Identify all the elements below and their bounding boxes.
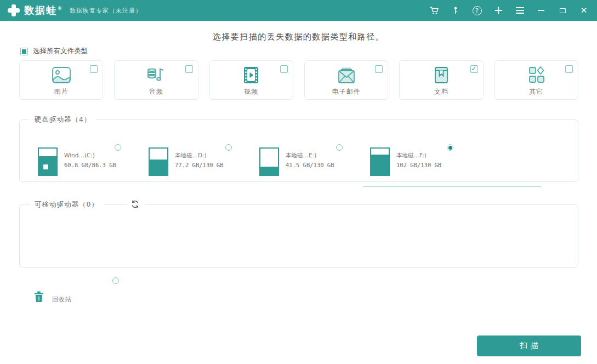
drive-gauge-icon	[38, 147, 58, 176]
removable-drives-legend: 可移动驱动器（0）	[30, 200, 104, 209]
file-type-card-other[interactable]: 其它	[494, 60, 578, 100]
drive-row: Wind…(C:) 60.8 GB/86.3 GB 本地磁…D:) 77.2 G…	[38, 144, 481, 178]
drive-radio[interactable]	[225, 144, 232, 151]
drive-name: 本地磁…F:)	[396, 152, 427, 160]
minimize-icon[interactable]	[536, 5, 547, 16]
drive-radio[interactable]	[336, 144, 343, 151]
file-type-card-documents[interactable]: 文档	[399, 60, 483, 100]
titlebar-actions: ? + ✕	[429, 5, 589, 16]
file-type-label: 图片	[20, 87, 103, 96]
drive-radio[interactable]	[447, 144, 453, 151]
file-type-card-video[interactable]: 视频	[209, 60, 293, 100]
audio-icon	[145, 65, 167, 85]
maximize-icon[interactable]	[557, 5, 568, 16]
video-checkbox[interactable]	[280, 65, 288, 73]
drive-gauge-icon	[149, 147, 168, 176]
drive-item-e[interactable]: 本地磁…E:) 41.5 GB/130 GB	[259, 144, 370, 178]
app-subtitle: 数据恢复专家（未注册）	[70, 7, 142, 15]
drive-capacity: 41.5 GB/130 GB	[286, 162, 334, 168]
image-checkbox[interactable]	[90, 65, 98, 73]
app-logo-cross-icon	[8, 4, 20, 16]
email-icon	[336, 65, 357, 85]
hard-drives-legend: 硬盘驱动器（4）	[30, 115, 96, 124]
recycle-bin-item[interactable]: 回收站	[33, 277, 144, 306]
recycle-bin-label: 回收站	[52, 295, 72, 304]
file-type-card-images[interactable]: 图片	[19, 60, 103, 100]
drive-name: 本地磁…D:)	[175, 152, 207, 160]
file-type-card-email[interactable]: 电子邮件	[304, 60, 388, 100]
drive-radio[interactable]	[115, 144, 121, 151]
registered-mark: ®	[58, 6, 63, 11]
add-icon[interactable]: +	[493, 5, 504, 16]
document-icon	[430, 65, 452, 85]
hard-drives-group: 硬盘驱动器（4） Wind…(C:) 60.8 GB/86.3 GB 本地磁…D…	[19, 120, 578, 182]
drive-capacity: 77.2 GB/130 GB	[175, 162, 224, 168]
page-title: 选择要扫描的丢失数据的数据类型和路径。	[0, 32, 597, 42]
menu-icon[interactable]	[514, 5, 525, 16]
select-all-label: 选择所有文件类型	[33, 47, 88, 56]
other-icon	[525, 65, 547, 85]
file-type-label: 文档	[400, 87, 482, 96]
drive-capacity: 60.8 GB/86.3 GB	[64, 162, 116, 168]
email-checkbox[interactable]	[375, 65, 383, 73]
drive-gauge-icon	[370, 147, 390, 176]
key-icon[interactable]	[450, 5, 461, 16]
select-all-file-types[interactable]: 选择所有文件类型	[20, 47, 88, 56]
video-icon	[240, 65, 262, 85]
select-all-checkbox[interactable]	[20, 48, 28, 55]
image-icon	[50, 65, 72, 85]
help-icon[interactable]: ?	[471, 5, 482, 16]
file-type-label: 电子邮件	[305, 87, 388, 96]
trash-icon	[34, 291, 44, 302]
file-type-cards: 图片 音频 视频 电子邮件	[19, 60, 578, 100]
windows-logo-icon	[43, 164, 48, 169]
audio-checkbox[interactable]	[185, 65, 193, 73]
app-window: 数据蛙® 数据恢复专家（未注册） ? + ✕ 选择要扫描的丢失数据的数据类型和路…	[0, 0, 597, 364]
brand-name: 数据蛙®	[24, 4, 63, 17]
drive-item-d[interactable]: 本地磁…D:) 77.2 GB/130 GB	[149, 144, 259, 178]
drive-gauge-icon	[259, 147, 279, 176]
recycle-bin-radio[interactable]	[112, 277, 119, 284]
drive-item-f[interactable]: 本地磁…F:) 102 GB/130 GB	[370, 144, 481, 178]
file-type-label: 视频	[210, 87, 293, 96]
drive-name: Wind…(C:)	[64, 152, 95, 158]
cart-icon[interactable]	[429, 5, 440, 16]
removable-drives-group: 可移动驱动器（0）	[19, 204, 578, 268]
other-checkbox[interactable]	[565, 65, 573, 73]
refresh-icon[interactable]	[127, 200, 145, 211]
drive-capacity: 102 GB/130 GB	[396, 162, 441, 168]
documents-checkbox[interactable]	[470, 65, 478, 73]
scan-button[interactable]: 扫描	[477, 335, 581, 356]
title-bar: 数据蛙® 数据恢复专家（未注册） ? + ✕	[0, 0, 597, 21]
file-type-label: 音频	[115, 87, 197, 96]
file-type-card-audio[interactable]: 音频	[114, 60, 198, 100]
drive-item-c[interactable]: Wind…(C:) 60.8 GB/86.3 GB	[38, 144, 149, 178]
drive-name: 本地磁…E:)	[286, 152, 316, 160]
file-type-label: 其它	[495, 87, 578, 96]
drive-selected-underline	[363, 186, 541, 187]
close-icon[interactable]: ✕	[578, 5, 589, 16]
